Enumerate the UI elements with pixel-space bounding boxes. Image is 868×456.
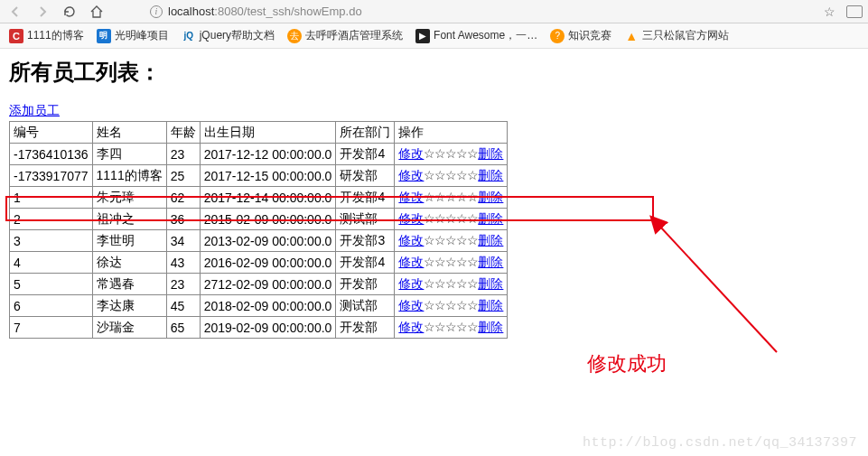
home-button[interactable] [87, 2, 107, 22]
table-cell-id: 3 [10, 230, 93, 252]
stars-separator: ☆☆☆☆☆ [424, 255, 478, 269]
address-bar[interactable]: i localhost:8080/test_ssh/showEmp.do [114, 5, 817, 18]
table-cell-dept: 研发部 [336, 165, 395, 187]
table-cell-id: -1733917077 [10, 165, 93, 187]
reload-button[interactable] [60, 2, 79, 22]
bookmark-item[interactable]: ▲三只松鼠官方网站 [624, 28, 729, 43]
table-row: 1朱元璋622017-12-14 00:00:00.0开发部4修改☆☆☆☆☆删除 [10, 187, 508, 209]
table-cell-birth: 2712-02-09 00:00:00.0 [200, 274, 336, 295]
table-cell-actions: 修改☆☆☆☆☆删除 [395, 252, 508, 274]
bookmark-icon: ▶ [415, 29, 430, 43]
table-cell-dept: 开发部4 [336, 144, 395, 165]
table-cell-name: 祖冲之 [92, 209, 166, 230]
table-cell-birth: 2019-02-09 00:00:00.0 [200, 317, 336, 339]
bookmark-label: 知识竞赛 [568, 28, 611, 43]
table-cell-dept: 测试部 [336, 209, 395, 230]
table-cell-actions: 修改☆☆☆☆☆删除 [395, 165, 508, 187]
delete-link[interactable]: 删除 [478, 233, 503, 247]
back-button[interactable] [5, 2, 25, 22]
back-icon [9, 5, 22, 18]
table-cell-age: 62 [166, 187, 200, 209]
page-content: 所有员工列表： 添加员工 编号姓名年龄出生日期所在部门操作 -173641013… [0, 49, 868, 339]
table-row: -17339170771111的博客252017-12-15 00:00:00.… [10, 165, 508, 187]
table-cell-dept: 开发部 [336, 317, 395, 339]
edit-link[interactable]: 修改 [398, 298, 424, 312]
watermark: http://blog.csdn.net/qq_34137397 [583, 435, 857, 451]
url-port: :8080 [214, 5, 244, 18]
edit-link[interactable]: 修改 [398, 233, 424, 247]
bookmark-label: 光明峰项目 [115, 28, 169, 43]
table-body: -1736410136李四232017-12-12 00:00:00.0开发部4… [10, 144, 508, 339]
table-cell-name: 沙瑞金 [92, 317, 166, 339]
table-cell-name: 徐达 [92, 252, 166, 274]
forward-button[interactable] [33, 2, 52, 22]
stars-separator: ☆☆☆☆☆ [424, 168, 478, 182]
table-cell-dept: 开发部4 [336, 252, 395, 274]
delete-link[interactable]: 删除 [478, 168, 503, 182]
bookmark-label: jQuery帮助文档 [200, 28, 275, 43]
add-employee-link[interactable]: 添加员工 [9, 103, 60, 119]
delete-link[interactable]: 删除 [478, 320, 503, 334]
table-cell-dept: 开发部4 [336, 187, 395, 209]
table-cell-actions: 修改☆☆☆☆☆删除 [395, 187, 508, 209]
delete-link[interactable]: 删除 [478, 255, 503, 269]
bookmark-label: 三只松鼠官方网站 [642, 28, 729, 43]
edit-link[interactable]: 修改 [398, 255, 424, 269]
bookmark-item[interactable]: jQjQuery帮助文档 [182, 28, 275, 43]
table-cell-actions: 修改☆☆☆☆☆删除 [395, 209, 508, 230]
table-cell-name: 朱元璋 [92, 187, 166, 209]
edit-link[interactable]: 修改 [398, 190, 424, 204]
download-icon[interactable] [846, 5, 863, 18]
table-cell-dept: 开发部3 [336, 230, 395, 252]
table-cell-birth: 2013-02-09 00:00:00.0 [200, 230, 336, 252]
bookmark-item[interactable]: ▶Font Awesome，一… [415, 28, 537, 43]
bookmark-item[interactable]: 明光明峰项目 [97, 28, 169, 43]
table-cell-actions: 修改☆☆☆☆☆删除 [395, 317, 508, 339]
table-cell-name: 1111的博客 [92, 165, 166, 187]
table-header-cell: 年龄 [166, 122, 200, 144]
edit-link[interactable]: 修改 [398, 146, 424, 161]
bookmark-bar: C1111的博客明光明峰项目jQjQuery帮助文档去去呼呼酒店管理系统▶Fon… [0, 23, 868, 49]
table-header-cell: 出生日期 [200, 122, 336, 144]
table-cell-actions: 修改☆☆☆☆☆删除 [395, 274, 508, 295]
table-cell-name: 常遇春 [92, 274, 166, 295]
table-row: 7沙瑞金652019-02-09 00:00:00.0开发部修改☆☆☆☆☆删除 [10, 317, 508, 339]
edit-link[interactable]: 修改 [398, 211, 424, 226]
bookmark-item[interactable]: C1111的博客 [9, 28, 84, 43]
reload-icon [62, 5, 77, 19]
table-cell-age: 36 [166, 209, 200, 230]
employee-table: 编号姓名年龄出生日期所在部门操作 -1736410136李四232017-12-… [9, 121, 508, 339]
table-cell-age: 34 [166, 230, 200, 252]
bookmark-item[interactable]: ?知识竞赛 [550, 28, 611, 43]
bookmark-star-icon[interactable]: ☆ [824, 5, 835, 19]
stars-separator: ☆☆☆☆☆ [424, 320, 478, 334]
bookmark-icon: 去 [287, 29, 302, 43]
delete-link[interactable]: 删除 [478, 190, 503, 204]
delete-link[interactable]: 删除 [478, 298, 503, 312]
table-header-cell: 所在部门 [336, 122, 395, 144]
table-header-cell: 姓名 [92, 122, 166, 144]
bookmark-icon: jQ [182, 29, 196, 43]
table-header-cell: 编号 [10, 122, 93, 144]
stars-separator: ☆☆☆☆☆ [424, 233, 478, 247]
bookmark-label: 1111的博客 [27, 28, 84, 43]
edit-link[interactable]: 修改 [398, 168, 424, 182]
edit-link[interactable]: 修改 [398, 320, 424, 334]
table-row: 6李达康452018-02-09 00:00:00.0测试部修改☆☆☆☆☆删除 [10, 295, 508, 317]
table-cell-actions: 修改☆☆☆☆☆删除 [395, 144, 508, 165]
table-cell-id: 7 [10, 317, 93, 339]
bookmark-icon: ? [550, 29, 565, 43]
table-cell-name: 李达康 [92, 295, 166, 317]
table-row: 3李世明342013-02-09 00:00:00.0开发部3修改☆☆☆☆☆删除 [10, 230, 508, 252]
table-row: 2祖冲之362015-02-09 00:00:00.0测试部修改☆☆☆☆☆删除 [10, 209, 508, 230]
table-cell-id: 6 [10, 295, 93, 317]
bookmark-item[interactable]: 去去呼呼酒店管理系统 [287, 28, 403, 43]
table-cell-id: 1 [10, 187, 93, 209]
table-cell-birth: 2015-02-09 00:00:00.0 [200, 209, 336, 230]
table-cell-birth: 2017-12-15 00:00:00.0 [200, 165, 336, 187]
edit-link[interactable]: 修改 [398, 276, 424, 291]
bookmark-label: Font Awesome，一… [434, 28, 537, 43]
delete-link[interactable]: 删除 [478, 276, 503, 291]
delete-link[interactable]: 删除 [478, 146, 503, 161]
delete-link[interactable]: 删除 [478, 211, 503, 226]
